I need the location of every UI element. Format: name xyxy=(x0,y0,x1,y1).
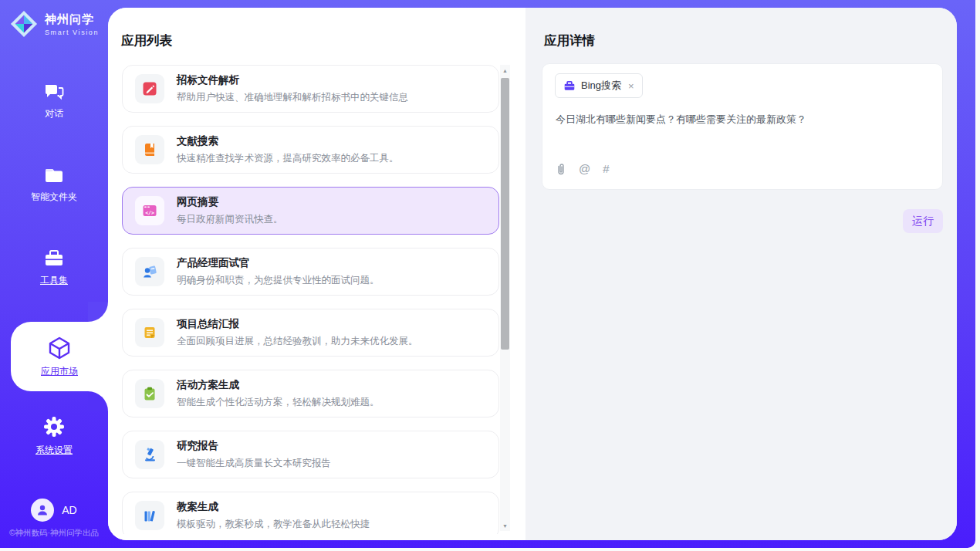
prompt-card: Bing搜索 × 今日湖北有哪些新闻要点？有哪些需要关注的最新政策？ @ # xyxy=(542,63,943,190)
app-card-web-summary[interactable]: </> 网页摘要 每日政府新闻资讯快查。 xyxy=(122,187,499,235)
sidebar-item-label: 对话 xyxy=(45,107,63,120)
app-card-desc: 明确身份和职责，为您提供专业性的面试问题。 xyxy=(177,274,380,287)
cube-icon xyxy=(48,336,71,360)
app-card-pm-interviewer[interactable]: 产品经理面试官 明确身份和职责，为您提供专业性的面试问题。 xyxy=(122,248,499,296)
sidebar-item-chat[interactable]: 对话 xyxy=(0,82,108,120)
diamond-logo-icon xyxy=(9,9,39,39)
app-card-title: 文献搜索 xyxy=(177,134,399,148)
interview-icon xyxy=(135,257,164,286)
sidebar-item-label: 智能文件夹 xyxy=(31,191,77,204)
content-area: 应用列表 招标文件解析 帮助用户快速、准确地理解和解析招标书中的关键信息 xyxy=(108,8,957,540)
app-card-desc: 一键智能生成高质量长文本研究报告 xyxy=(177,457,331,470)
app-card-desc: 每日政府新闻资讯快查。 xyxy=(177,213,283,226)
app-list-panel: 应用列表 招标文件解析 帮助用户快速、准确地理解和解析招标书中的关键信息 xyxy=(108,8,525,540)
app-card-research-report[interactable]: 研究报告 一键智能生成高质量长文本研究报告 xyxy=(122,431,499,478)
run-button[interactable]: 运行 xyxy=(903,209,943,233)
app-card-project-summary[interactable]: 项目总结汇报 全面回顾项目进展，总结经验教训，助力未来优化发展。 xyxy=(122,309,499,357)
at-icon[interactable]: @ xyxy=(579,162,590,175)
scrollbar-thumb[interactable] xyxy=(501,78,509,350)
copyright-text: ©神州数码·神州问学出品 xyxy=(0,528,108,539)
clipboard-check-icon xyxy=(135,379,164,408)
gear-icon xyxy=(42,415,66,438)
sidebar-item-label: 工具集 xyxy=(40,274,68,287)
app-card-title: 产品经理面试官 xyxy=(177,256,380,270)
app-shell: 神州问学 Smart Vision 对话 智能文件夹 xyxy=(0,0,975,548)
app-card-title: 研究报告 xyxy=(177,439,331,453)
app-card-desc: 快速精准查找学术资源，提高研究效率的必备工具。 xyxy=(177,152,399,165)
logo-title: 神州问学 xyxy=(45,12,99,27)
scroll-up-icon[interactable]: ▲ xyxy=(500,65,510,76)
logo-subtitle: Smart Vision xyxy=(45,29,99,36)
books-icon xyxy=(135,501,164,530)
app-card-desc: 智能生成个性化活动方案，轻松解决规划难题。 xyxy=(177,396,380,409)
logo: 神州问学 Smart Vision xyxy=(9,9,99,39)
paperclip-icon[interactable] xyxy=(556,163,566,175)
book-icon xyxy=(135,135,164,164)
sidebar: 神州问学 Smart Vision 对话 智能文件夹 xyxy=(0,0,108,548)
app-card-title: 招标文件解析 xyxy=(177,73,408,87)
app-card-title: 活动方案生成 xyxy=(177,378,380,392)
app-card-bid-parse[interactable]: 招标文件解析 帮助用户快速、准确地理解和解析招标书中的关键信息 xyxy=(122,65,499,113)
scroll-down-icon[interactable]: ▼ xyxy=(500,520,510,531)
app-card-title: 项目总结汇报 xyxy=(177,317,418,331)
avatar xyxy=(31,499,54,522)
microscope-icon xyxy=(135,440,164,469)
bubble-curve-bottom xyxy=(88,391,108,411)
sidebar-item-label: 应用市场 xyxy=(41,365,78,378)
folder-icon xyxy=(43,165,65,185)
app-card-event-plan[interactable]: 活动方案生成 智能生成个性化活动方案，轻松解决规划难题。 xyxy=(122,370,499,417)
app-card-literature-search[interactable]: 文献搜索 快速精准查找学术资源，提高研究效率的必备工具。 xyxy=(122,126,499,174)
app-list: 招标文件解析 帮助用户快速、准确地理解和解析招标书中的关键信息 文献搜索 xyxy=(122,65,499,534)
app-list-title: 应用列表 xyxy=(121,32,172,49)
app-card-desc: 全面回顾项目进展，总结经验教训，助力未来优化发展。 xyxy=(177,335,418,348)
briefcase-icon xyxy=(43,248,65,269)
app-card-lesson-plan[interactable]: 教案生成 模板驱动，教案秒成，教学准备从此轻松快捷 xyxy=(122,492,499,534)
user-menu[interactable]: AD xyxy=(0,499,108,522)
app-detail-title: 应用详情 xyxy=(544,32,595,49)
chat-icon xyxy=(43,82,65,102)
note-icon xyxy=(135,318,164,347)
app-detail-panel: 应用详情 Bing搜索 × 今日湖北有哪些新闻要点？有哪些需要关注的最新政策？ xyxy=(525,8,957,540)
document-edit-icon xyxy=(135,74,164,103)
app-card-desc: 模板驱动，教案秒成，教学准备从此轻松快捷 xyxy=(177,518,370,531)
browser-code-icon: </> xyxy=(135,196,164,225)
input-toolbar: @ # xyxy=(556,162,610,175)
svg-text:</>: </> xyxy=(145,210,154,216)
tool-tag-bing-search[interactable]: Bing搜索 × xyxy=(555,73,643,98)
briefcase-icon xyxy=(563,80,576,92)
sidebar-item-settings[interactable]: 系统设置 xyxy=(0,415,108,457)
user-icon xyxy=(35,503,49,517)
app-card-desc: 帮助用户快速、准确地理解和解析招标书中的关键信息 xyxy=(177,91,408,104)
app-card-title: 网页摘要 xyxy=(177,195,283,209)
user-name: AD xyxy=(62,504,76,516)
hash-icon[interactable]: # xyxy=(603,162,609,175)
tool-tag-label: Bing搜索 xyxy=(581,79,621,93)
sidebar-item-toolset[interactable]: 工具集 xyxy=(0,248,108,287)
app-card-title: 教案生成 xyxy=(177,500,370,514)
prompt-input[interactable]: 今日湖北有哪些新闻要点？有哪些需要关注的最新政策？ xyxy=(556,112,930,127)
bubble-curve-top xyxy=(88,302,108,322)
sidebar-item-label: 系统设置 xyxy=(35,444,73,457)
sidebar-item-app-market[interactable]: 应用市场 xyxy=(11,322,108,391)
app-list-scrollbar[interactable]: ▲ ▼ xyxy=(500,65,510,531)
close-icon[interactable]: × xyxy=(628,80,634,92)
sidebar-item-smart-folder[interactable]: 智能文件夹 xyxy=(0,165,108,204)
